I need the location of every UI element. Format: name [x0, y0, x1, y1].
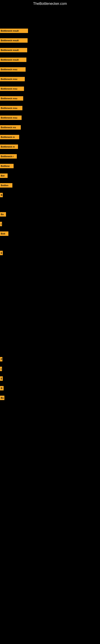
bottleneck-bar-label: | [1, 368, 1, 370]
bottleneck-bar: B [0, 193, 3, 197]
bottleneck-bar: | [0, 222, 2, 226]
bottleneck-bar-label: Bottleneck re [1, 146, 15, 148]
bottleneck-bar: Bottleneck resu [0, 86, 24, 91]
bottleneck-bar-label: Bottleneck result [1, 49, 19, 51]
bottleneck-bar-label: B [1, 194, 2, 196]
bottleneck-bar-label: | [1, 223, 1, 225]
site-title: TheBottlenecker.com [0, 0, 100, 8]
bottleneck-bar: Bottleneck result [0, 48, 27, 52]
bottleneck-bar-label: Bottleneck res [1, 126, 16, 128]
bottleneck-bar-label: E [1, 252, 2, 254]
bottleneck-bar: E [0, 251, 3, 255]
bottleneck-bar: B [0, 386, 3, 390]
site-header: TheBottlenecker.com [0, 0, 100, 8]
bottleneck-bar: Bottleneck resu [0, 116, 22, 120]
bottleneck-bar: E [0, 376, 3, 381]
bottleneck-bar: Bottleneck resu [0, 106, 22, 110]
bottleneck-bar-label: B [1, 387, 2, 390]
bottleneck-bar-label: Bottleneck result [1, 58, 19, 61]
bottleneck-bar-label: Bot [1, 174, 4, 177]
bottleneck-bar: Bo [0, 396, 4, 400]
bottleneck-bar: Bot [0, 174, 8, 178]
bottleneck-bar: Bottleneck resu [0, 77, 25, 81]
bottleneck-bar-label: Bottleneck r [1, 155, 14, 158]
bottleneck-bar: Bottleneck re [0, 135, 19, 139]
bottleneck-bar: Bottleneck result [0, 38, 28, 43]
bottleneck-bar-label: Bottleneck resu [1, 78, 17, 80]
bottleneck-bar: Bottleneck r [0, 154, 17, 158]
bottleneck-bar: | [0, 367, 2, 371]
bottleneck-bar-label: Bottleneck resu [1, 116, 17, 119]
bottleneck-bar: Bott [0, 232, 8, 236]
bottleneck-bar-label: Bottleneck re [1, 136, 15, 138]
bottleneck-bar-label: E [1, 377, 2, 380]
bottleneck-bar-label: Bott [1, 232, 5, 235]
bottleneck-bar: Bottlene [0, 164, 14, 168]
bottleneck-bar: Bottlen [0, 183, 12, 188]
bottleneck-bar-label: Bottleneck resu [1, 68, 17, 71]
bottleneck-bar-label: Bottleneck result [1, 30, 19, 32]
bottleneck-bar: Bo [0, 212, 6, 216]
bottleneck-bar-label: Bo [1, 397, 4, 399]
bottleneck-bar-label: Bottlen [1, 184, 8, 186]
bottleneck-bar-label: Bottleneck resu [1, 107, 17, 109]
bottleneck-bar-label: P [1, 358, 2, 360]
bottleneck-bar: Bottleneck resu [0, 67, 26, 72]
bottleneck-bar-label: Bottlene [1, 165, 10, 167]
bottleneck-bar: Bottleneck result [0, 58, 26, 62]
bottleneck-bar: Bottleneck res [0, 125, 21, 130]
bottleneck-bar-label: Bottleneck result [1, 39, 19, 42]
bottleneck-bar: Bottleneck result [0, 28, 28, 33]
bottleneck-bar: Bottleneck re [0, 144, 18, 149]
bottleneck-bar-label: Bo [1, 213, 4, 216]
bottleneck-bar: Bottleneck resu [0, 96, 23, 100]
bottleneck-bar: P [0, 357, 2, 362]
bottleneck-bar-label: Bottleneck resu [1, 97, 17, 100]
bottleneck-bar-label: Bottleneck resu [1, 88, 17, 90]
